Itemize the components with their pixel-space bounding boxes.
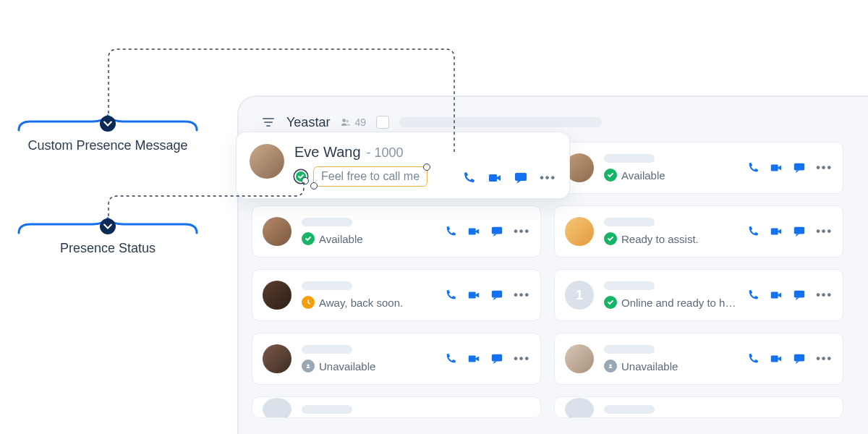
call-icon[interactable] xyxy=(444,225,457,238)
name-placeholder xyxy=(302,405,352,414)
chat-icon[interactable] xyxy=(490,352,503,365)
svg-rect-16 xyxy=(771,356,778,362)
avatar xyxy=(565,344,594,373)
chat-icon[interactable] xyxy=(793,289,806,302)
avatar xyxy=(263,281,292,310)
svg-rect-9 xyxy=(492,291,502,298)
more-icon[interactable]: ••• xyxy=(816,289,833,302)
chat-icon[interactable] xyxy=(793,352,806,365)
name-placeholder xyxy=(604,405,655,414)
contact-extension: - 1000 xyxy=(367,145,404,161)
chat-icon[interactable] xyxy=(793,225,806,238)
contact-card[interactable]: Ready to assist. ••• xyxy=(554,205,843,258)
name-placeholder xyxy=(604,218,655,226)
people-icon xyxy=(340,116,352,128)
annotation-presence-status: Presence Status xyxy=(17,217,198,257)
status-text: Away, back soon. xyxy=(319,297,403,309)
people-count-value: 49 xyxy=(354,116,366,128)
call-icon[interactable] xyxy=(444,352,457,365)
name-placeholder xyxy=(604,345,655,354)
video-icon[interactable] xyxy=(770,225,783,238)
svg-rect-6 xyxy=(771,229,778,235)
contact-card[interactable] xyxy=(252,396,541,418)
status-unavailable-icon xyxy=(604,359,617,373)
avatar xyxy=(263,344,292,373)
name-placeholder xyxy=(302,345,352,354)
org-title: Yeastar xyxy=(286,115,330,130)
filter-icon[interactable] xyxy=(260,114,276,130)
chat-icon[interactable] xyxy=(490,225,503,238)
video-icon[interactable] xyxy=(467,225,480,238)
video-icon[interactable] xyxy=(488,171,502,185)
checkbox[interactable] xyxy=(376,116,389,129)
presence-message-input[interactable]: Feel free to call me xyxy=(313,166,427,187)
svg-point-0 xyxy=(343,119,346,122)
status-available-icon xyxy=(604,296,617,309)
status-text: Available xyxy=(621,169,665,182)
svg-rect-5 xyxy=(492,227,502,234)
svg-rect-13 xyxy=(469,356,476,362)
avatar xyxy=(565,398,594,418)
call-icon[interactable] xyxy=(746,352,760,365)
call-icon[interactable] xyxy=(746,289,760,302)
status-available-icon[interactable] xyxy=(294,170,307,183)
status-unavailable-icon xyxy=(302,359,315,373)
avatar xyxy=(263,217,292,246)
status-text: Unavailable xyxy=(319,360,375,373)
status-available-icon xyxy=(604,232,617,245)
contact-card[interactable] xyxy=(554,396,843,418)
annotation-label: Custom Presence Message xyxy=(17,137,198,154)
name-placeholder xyxy=(604,281,655,290)
name-placeholder xyxy=(302,281,352,290)
call-icon[interactable] xyxy=(461,171,476,185)
contact-card[interactable]: Available ••• xyxy=(554,142,843,194)
more-icon[interactable]: ••• xyxy=(816,225,833,238)
more-icon[interactable]: ••• xyxy=(514,225,530,238)
contact-card[interactable]: Unavailable ••• xyxy=(252,333,541,385)
status-available-icon xyxy=(302,232,315,245)
call-icon[interactable] xyxy=(746,161,760,174)
avatar xyxy=(250,144,284,179)
more-icon[interactable]: ••• xyxy=(514,289,530,302)
svg-rect-7 xyxy=(794,227,804,234)
avatar-number: 1 xyxy=(565,281,594,310)
chat-icon[interactable] xyxy=(490,289,503,302)
status-text: Online and ready to h… xyxy=(621,297,736,309)
video-icon[interactable] xyxy=(770,161,783,174)
status-text: Ready to assist. xyxy=(621,233,699,245)
avatar xyxy=(565,217,594,246)
call-icon[interactable] xyxy=(746,225,760,238)
contact-card[interactable]: Away, back soon. ••• xyxy=(252,269,541,321)
svg-point-15 xyxy=(609,364,611,366)
call-icon[interactable] xyxy=(444,289,457,302)
annotation-label: Presence Status xyxy=(17,240,198,257)
people-count: 49 xyxy=(340,116,366,128)
chat-icon[interactable] xyxy=(514,171,528,185)
svg-rect-8 xyxy=(469,292,476,299)
more-icon[interactable]: ••• xyxy=(816,352,833,365)
svg-rect-19 xyxy=(515,173,527,181)
status-text: Available xyxy=(319,233,363,245)
status-away-icon xyxy=(302,296,315,309)
search-placeholder-bar[interactable] xyxy=(399,117,602,127)
svg-rect-14 xyxy=(492,354,502,362)
contact-card[interactable]: Unavailable ••• xyxy=(554,333,843,385)
annotation-custom-presence-message: Custom Presence Message xyxy=(17,114,198,154)
contact-card[interactable]: Available ••• xyxy=(252,205,541,258)
video-icon[interactable] xyxy=(770,289,783,302)
video-icon[interactable] xyxy=(467,352,480,365)
chat-icon[interactable] xyxy=(793,161,806,174)
video-icon[interactable] xyxy=(770,352,783,365)
contact-card[interactable]: 1 Online and ready to h… ••• xyxy=(554,269,843,321)
more-icon[interactable]: ••• xyxy=(540,171,556,184)
avatar xyxy=(263,398,292,418)
hero-contact-card[interactable]: Eve Wang - 1000 Feel free to call me ••• xyxy=(236,132,570,199)
svg-rect-11 xyxy=(794,291,804,298)
video-icon[interactable] xyxy=(467,289,480,302)
more-icon[interactable]: ••• xyxy=(514,352,530,365)
more-icon[interactable]: ••• xyxy=(816,161,833,174)
svg-point-1 xyxy=(346,119,349,122)
status-available-icon xyxy=(604,169,617,182)
name-placeholder xyxy=(302,218,352,226)
chevron-down-icon xyxy=(100,218,116,234)
